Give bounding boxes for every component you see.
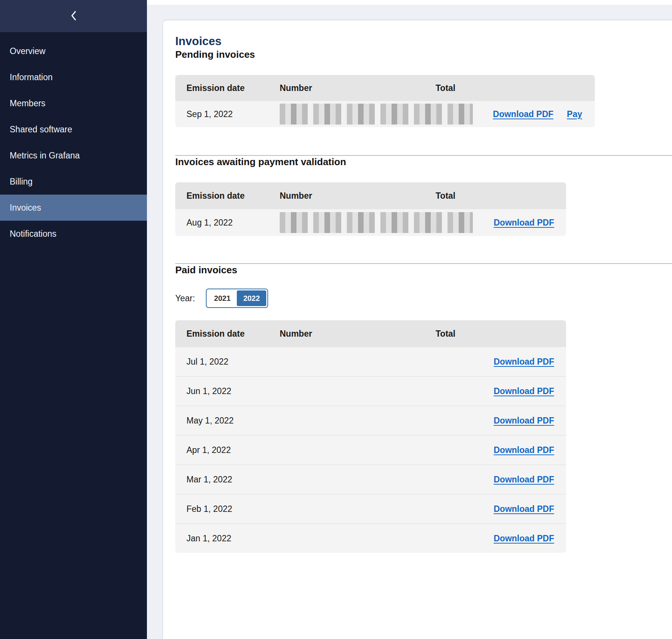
sidebar-header xyxy=(0,0,147,32)
sidebar-item-information[interactable]: Information xyxy=(0,64,147,90)
column-header-number: Number xyxy=(280,329,380,339)
sidebar-item-members[interactable]: Members xyxy=(0,90,147,116)
sidebar-item-label: Invoices xyxy=(10,203,41,213)
pending-invoices-table: Emission date Number Total Sep 1, 2022 D… xyxy=(175,75,595,127)
download-pdf-link[interactable]: Download PDF xyxy=(494,386,554,396)
paid-invoices-heading: Paid invoices xyxy=(175,264,672,276)
invoice-emission-date: Apr 1, 2022 xyxy=(175,445,280,455)
top-strip xyxy=(147,0,672,5)
table-row: Jun 1, 2022 Download PDF xyxy=(175,376,566,406)
year-option-2022[interactable]: 2022 xyxy=(237,290,266,306)
redacted-invoice-total xyxy=(380,212,473,233)
invoice-emission-date: Mar 1, 2022 xyxy=(175,475,280,485)
sidebar-item-label: Billing xyxy=(10,177,32,187)
invoice-actions: Download PDF xyxy=(474,357,566,367)
column-header-number: Number xyxy=(280,83,380,93)
invoice-actions: Download PDF xyxy=(474,445,566,455)
invoice-actions: Download PDF xyxy=(474,416,566,426)
invoice-emission-date: Jul 1, 2022 xyxy=(175,357,280,367)
invoice-actions: Download PDF xyxy=(474,504,566,514)
download-pdf-link[interactable]: Download PDF xyxy=(494,504,554,514)
invoice-total-cell xyxy=(380,104,474,125)
column-header-total: Total xyxy=(380,191,474,201)
collapse-sidebar-button[interactable] xyxy=(66,8,81,25)
invoices-page: Overview Information Members Shared soft… xyxy=(0,0,672,639)
column-header-emission-date: Emission date xyxy=(175,329,280,339)
invoice-actions: Download PDF xyxy=(474,218,566,228)
chevron-left-icon xyxy=(70,10,77,22)
invoice-emission-date: May 1, 2022 xyxy=(175,416,280,426)
awaiting-invoices-table: Emission date Number Total Aug 1, 2022 D… xyxy=(175,182,566,236)
sidebar-item-label: Members xyxy=(10,98,45,108)
invoice-emission-date: Sep 1, 2022 xyxy=(175,109,280,119)
table-row: Feb 1, 2022 Download PDF xyxy=(175,494,566,523)
invoice-number-cell xyxy=(280,212,380,233)
download-pdf-link[interactable]: Download PDF xyxy=(494,533,554,544)
pending-invoices-heading: Pending invoices xyxy=(175,48,672,60)
download-pdf-link[interactable]: Download PDF xyxy=(494,445,554,455)
year-toggle: 2021 2022 xyxy=(206,289,268,308)
redacted-invoice-number xyxy=(280,212,375,233)
column-header-number: Number xyxy=(280,191,380,201)
download-pdf-link[interactable]: Download PDF xyxy=(494,218,554,228)
sidebar-item-shared-software[interactable]: Shared software xyxy=(0,116,147,142)
sidebar-item-billing[interactable]: Billing xyxy=(0,169,147,195)
table-row: Mar 1, 2022 Download PDF xyxy=(175,465,566,494)
sidebar-item-label: Information xyxy=(10,72,53,82)
invoice-emission-date: Jan 1, 2022 xyxy=(175,533,280,544)
sidebar-item-label: Shared software xyxy=(10,125,72,135)
sidebar: Overview Information Members Shared soft… xyxy=(0,0,147,639)
table-row: Jul 1, 2022 Download PDF xyxy=(175,347,566,376)
invoice-emission-date: Feb 1, 2022 xyxy=(175,504,280,514)
download-pdf-link[interactable]: Download PDF xyxy=(494,357,554,367)
year-label: Year: xyxy=(175,293,195,303)
invoice-total-cell xyxy=(380,212,474,233)
sidebar-item-invoices[interactable]: Invoices xyxy=(0,195,147,221)
invoice-emission-date: Aug 1, 2022 xyxy=(175,218,280,228)
table-header-row: Emission date Number Total xyxy=(175,182,566,209)
download-pdf-link[interactable]: Download PDF xyxy=(494,416,554,426)
awaiting-validation-heading: Invoices awaiting payment validation xyxy=(175,156,672,168)
redacted-invoice-number xyxy=(280,104,375,125)
sidebar-item-label: Metrics in Grafana xyxy=(10,151,80,161)
sidebar-item-overview[interactable]: Overview xyxy=(0,38,147,64)
paid-invoices-table: Emission date Number Total Jul 1, 2022 D… xyxy=(175,320,566,553)
table-row: May 1, 2022 Download PDF xyxy=(175,406,566,435)
table-header-row: Emission date Number Total xyxy=(175,75,595,101)
invoice-actions: Download PDF xyxy=(474,475,566,485)
page-title: Invoices xyxy=(175,34,672,48)
sidebar-item-notifications[interactable]: Notifications xyxy=(0,221,147,247)
year-option-2021[interactable]: 2021 xyxy=(208,290,237,306)
pay-link[interactable]: Pay xyxy=(567,109,582,119)
invoice-actions: Download PDF Pay xyxy=(474,109,595,119)
table-header-row: Emission date Number Total xyxy=(175,320,566,347)
redacted-invoice-total xyxy=(380,104,473,125)
sidebar-item-metrics-in-grafana[interactable]: Metrics in Grafana xyxy=(0,142,147,169)
main-content: Invoices Pending invoices Emission date … xyxy=(147,0,672,639)
table-row: Jan 1, 2022 Download PDF xyxy=(175,523,566,553)
table-row: Aug 1, 2022 Download PDF xyxy=(175,209,566,236)
sidebar-nav: Overview Information Members Shared soft… xyxy=(0,38,147,247)
sidebar-item-label: Overview xyxy=(10,46,45,56)
invoice-number-cell xyxy=(280,104,380,125)
table-row: Sep 1, 2022 Download PDF Pay xyxy=(175,101,595,127)
table-row: Apr 1, 2022 Download PDF xyxy=(175,435,566,465)
year-filter: Year: 2021 2022 xyxy=(175,289,672,308)
invoice-actions: Download PDF xyxy=(474,533,566,544)
column-header-total: Total xyxy=(380,83,474,93)
column-header-total: Total xyxy=(380,329,474,339)
invoices-card: Invoices Pending invoices Emission date … xyxy=(163,20,672,639)
invoice-emission-date: Jun 1, 2022 xyxy=(175,386,280,396)
column-header-emission-date: Emission date xyxy=(175,191,280,201)
download-pdf-link[interactable]: Download PDF xyxy=(494,475,554,485)
invoice-actions: Download PDF xyxy=(474,386,566,396)
download-pdf-link[interactable]: Download PDF xyxy=(493,109,553,119)
column-header-emission-date: Emission date xyxy=(175,83,280,93)
sidebar-item-label: Notifications xyxy=(10,229,56,239)
